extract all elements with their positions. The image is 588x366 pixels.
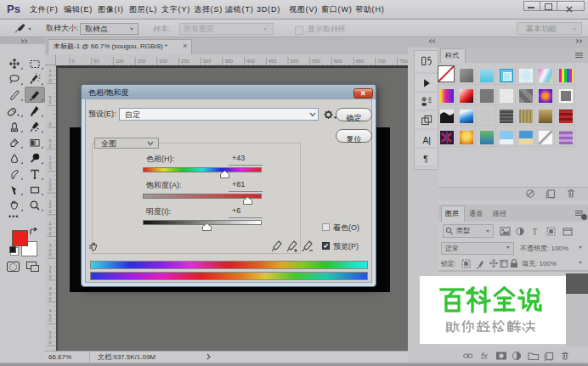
svg-text:0: 0 (49, 99, 52, 104)
svg-text:750: 750 (399, 59, 408, 64)
svg-text:700: 700 (377, 59, 386, 64)
svg-text:0: 0 (49, 187, 52, 192)
svg-text:0: 0 (49, 340, 52, 345)
svg-text:200: 200 (159, 59, 167, 64)
svg-text:350: 350 (224, 59, 233, 64)
svg-text:0: 0 (49, 209, 52, 214)
svg-text:0: 0 (49, 165, 52, 170)
svg-text:0: 0 (72, 59, 75, 64)
svg-text:A|: A| (422, 136, 430, 145)
svg-text:250: 250 (181, 59, 189, 64)
svg-text:100: 100 (116, 59, 124, 64)
svg-text:600: 600 (334, 59, 342, 64)
svg-text:50: 50 (93, 59, 99, 64)
svg-text:500: 500 (291, 59, 299, 64)
svg-text:0: 0 (49, 274, 52, 279)
svg-text:0: 0 (49, 296, 52, 301)
svg-text:400: 400 (246, 59, 255, 64)
svg-text:450: 450 (269, 59, 277, 64)
svg-text:0: 0 (49, 318, 52, 323)
svg-text:0: 0 (49, 121, 52, 127)
svg-text:fx: fx (481, 352, 489, 361)
svg-text:¶: ¶ (423, 155, 428, 164)
svg-text:0: 0 (49, 78, 52, 83)
svg-text:150: 150 (138, 59, 146, 64)
svg-text:0: 0 (49, 231, 52, 236)
svg-text:0: 0 (49, 144, 52, 149)
svg-text:300: 300 (203, 59, 212, 64)
svg-text:650: 650 (356, 59, 365, 64)
svg-text:T: T (532, 227, 538, 237)
svg-text:0: 0 (49, 252, 52, 257)
svg-text:550: 550 (312, 59, 320, 64)
